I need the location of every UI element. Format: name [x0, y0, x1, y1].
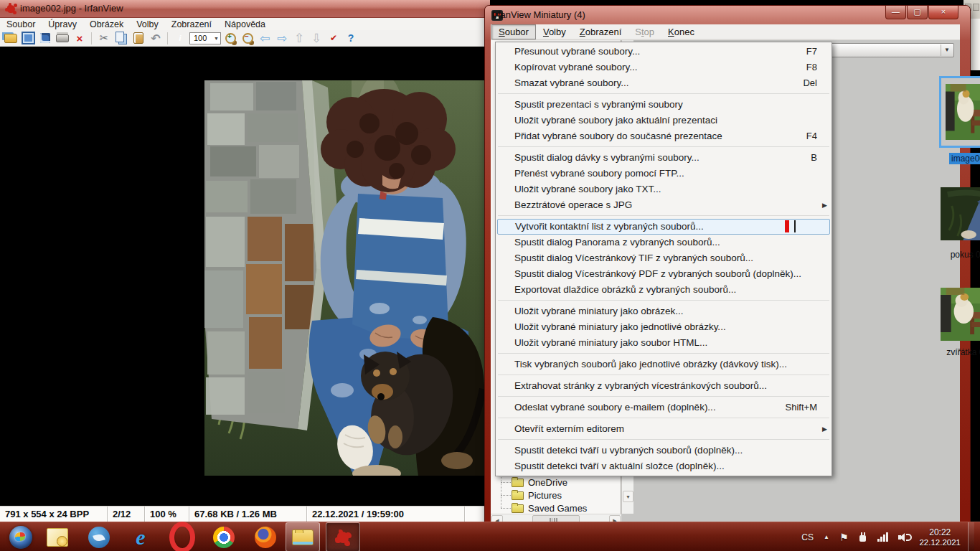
- taskbar-chrome-icon[interactable]: [211, 524, 237, 550]
- menu-separator: [496, 91, 831, 97]
- first-image-icon[interactable]: ⇧: [291, 32, 307, 45]
- menu-item: Smazat vybrané soubory... Del: [496, 75, 831, 91]
- thumbnails-icon[interactable]: [20, 32, 36, 45]
- thumbnail-cell: pokus 003.jpg: [939, 187, 980, 287]
- power-icon[interactable]: [858, 532, 867, 542]
- toolbar-separator: [89, 32, 95, 45]
- menu-item: Přenést vybrané soubory pomocí FTP...: [496, 166, 831, 182]
- menu-bar-item[interactable]: Volby: [130, 19, 165, 29]
- scroll-down-icon[interactable]: ▼: [623, 491, 633, 502]
- status-field: 22.12.2021 / 19:59:00: [307, 507, 465, 522]
- menu-item: Uložit vybrané soubory jako aktuální pre…: [496, 113, 831, 128]
- menubar-zobrazeni[interactable]: Zobrazení: [573, 25, 628, 39]
- undo-icon[interactable]: ↶: [148, 32, 164, 45]
- menu-separator: [496, 415, 831, 421]
- taskbar-thunderbird-icon[interactable]: [86, 524, 112, 550]
- show-hidden-icons[interactable]: ▲: [824, 534, 829, 540]
- taskbar-irfanview-icon[interactable]: [326, 522, 360, 551]
- text-caret: [794, 220, 796, 232]
- menu-item: Spustit prezentaci s vybranými soubory: [496, 97, 831, 113]
- maximize-button[interactable]: ▢: [907, 6, 928, 19]
- next-image-icon[interactable]: ⇨: [274, 32, 290, 45]
- main-title-bar[interactable]: image002.jpg - IrfanView: [0, 0, 490, 18]
- menu-separator: [496, 394, 831, 400]
- taskbar-clock[interactable]: 20:22 22.12.2021: [919, 527, 961, 547]
- thumbnail-image[interactable]: [939, 287, 980, 342]
- chevron-down-icon[interactable]: ▼: [941, 44, 953, 56]
- last-image-icon[interactable]: ⇩: [308, 32, 324, 45]
- open-folder-icon[interactable]: [3, 32, 19, 45]
- thumbnail-label[interactable]: zvířátka 03.JPG: [936, 347, 980, 357]
- tree-item[interactable]: Saved Games: [491, 501, 621, 514]
- help-icon[interactable]: ?: [343, 32, 359, 45]
- save-icon[interactable]: [37, 32, 53, 45]
- menu-item: Přesunout vybrané soubory... F7: [496, 44, 831, 60]
- menu-bar-item[interactable]: Nápověda: [218, 19, 272, 29]
- menu-item: [496, 144, 831, 150]
- irfanview-app-icon: [5, 3, 17, 15]
- menu-item: Kopírovat vybrané soubory... F8: [496, 60, 831, 75]
- menu-separator: [496, 437, 831, 443]
- prev-image-icon[interactable]: ⇦: [257, 32, 273, 45]
- show-desktop-button[interactable]: [968, 522, 974, 551]
- thumbnail-label[interactable]: pokus 003.jpg: [936, 250, 980, 260]
- zoom-out-icon[interactable]: [240, 32, 255, 45]
- paste-icon[interactable]: [131, 32, 146, 45]
- start-button[interactable]: [6, 522, 35, 551]
- menubar-konec[interactable]: Konec: [661, 25, 701, 39]
- submenu-arrow-icon: ▶: [822, 421, 827, 437]
- menu-item: Spustit detekci tváří v aktuální složce …: [496, 458, 831, 474]
- delete-icon[interactable]: ×: [72, 32, 88, 45]
- minimize-button[interactable]: —: [885, 6, 906, 19]
- taskbar-explorer-icon[interactable]: [286, 522, 320, 551]
- close-button[interactable]: ×: [928, 6, 958, 19]
- menu-item: Odeslat vybrané soubory e-mailem (doplně…: [496, 400, 831, 415]
- network-icon[interactable]: [877, 532, 888, 542]
- menu-item: [496, 394, 831, 400]
- menu-item: [496, 91, 831, 97]
- menu-item: Otevřít externím editorem ▶: [496, 421, 831, 437]
- main-menu-bar: SouborÚpravyObrázekVolbyZobrazeníNápověd…: [0, 18, 490, 30]
- menu-item: [496, 372, 831, 378]
- taskbar-opera-icon[interactable]: [169, 524, 195, 550]
- taskbar-ie-icon[interactable]: e: [128, 524, 154, 550]
- submenu-arrow-icon: ▶: [822, 197, 827, 213]
- menu-bar-item[interactable]: Zobrazení: [165, 19, 218, 29]
- menu-item: Tisk vybraných souborů jako jednotlivé o…: [496, 357, 831, 372]
- menu-separator: [496, 144, 831, 150]
- taskbar-mail-icon[interactable]: [44, 524, 70, 550]
- thumbnail-image[interactable]: [939, 187, 980, 241]
- status-field: 791 x 554 x 24 BPP: [0, 507, 108, 522]
- volume-icon[interactable]: [898, 532, 910, 542]
- taskbar: e CS ▲ ⚑ 20:22 22.12.2021: [0, 522, 980, 551]
- menu-bar-item[interactable]: Soubor: [0, 19, 42, 29]
- info-icon[interactable]: i: [172, 32, 188, 45]
- tree-item[interactable]: OneDrive: [491, 476, 621, 489]
- status-field: 2/12: [108, 507, 145, 522]
- thumbnails-window-title: IrfanView Miniatury (4): [492, 9, 585, 20]
- thumbnail-label[interactable]: image003.jpg: [936, 154, 980, 164]
- folder-icon: [512, 479, 524, 487]
- zoom-in-icon[interactable]: [222, 32, 238, 45]
- batch-conversion-icon[interactable]: ✔: [326, 32, 341, 45]
- menu-bar-item[interactable]: Obrázek: [83, 19, 130, 29]
- copy-icon[interactable]: [113, 32, 129, 45]
- zoom-level-combo[interactable]: 100: [189, 32, 221, 44]
- print-icon[interactable]: [55, 32, 70, 45]
- cut-icon[interactable]: ✂: [96, 32, 112, 45]
- language-indicator[interactable]: CS: [801, 532, 814, 542]
- main-toolbar: × ✂ ↶ i 100 ⇦ ⇨ ⇧: [0, 30, 490, 47]
- tree-item[interactable]: Pictures: [491, 489, 621, 501]
- menu-item: Spustit detekci tváří u vybraných soubor…: [496, 443, 831, 458]
- main-window: image002.jpg - IrfanView SouborÚpravyObr…: [0, 0, 490, 522]
- menu-item: Uložit vybrané miniatury jako obrázek...: [496, 303, 831, 319]
- menubar-volby[interactable]: Volby: [537, 25, 573, 39]
- menubar-soubor[interactable]: Soubor: [491, 24, 536, 39]
- menubar-stop[interactable]: Stop: [628, 25, 661, 39]
- menu-bar-item[interactable]: Úpravy: [42, 19, 83, 29]
- taskbar-firefox-icon[interactable]: [253, 524, 278, 550]
- thumbnail-image[interactable]: [939, 76, 980, 148]
- action-center-icon[interactable]: ⚑: [839, 532, 849, 543]
- menu-item: Spustit dialog Vícestránkový TIF z vybra…: [496, 250, 831, 266]
- folder-icon: [512, 504, 524, 513]
